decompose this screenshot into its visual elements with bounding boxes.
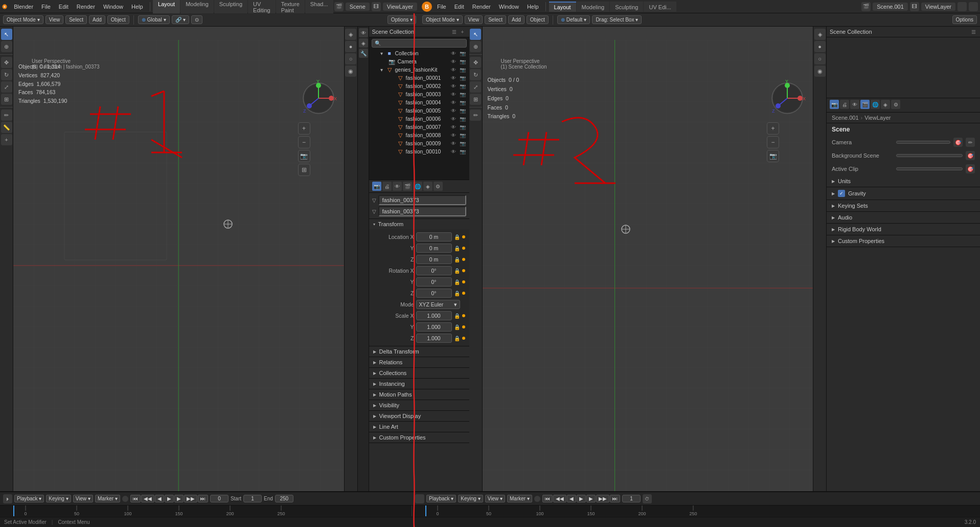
- rp-output-icon[interactable]: 🖨: [840, 100, 849, 109]
- scale-y-lock[interactable]: 🔒: [454, 324, 460, 330]
- collections-header[interactable]: ▶ Collections: [369, 368, 469, 378]
- viewlayer-selector-right[interactable]: ViewLayer: [921, 3, 955, 11]
- r-timeline-mode-btn[interactable]: [415, 494, 424, 503]
- object-name-input[interactable]: [378, 195, 466, 205]
- outliner-add-icon[interactable]: +: [459, 28, 466, 35]
- camera-target-icon[interactable]: 🎯: [953, 138, 963, 147]
- cam-icon-f3[interactable]: 📷: [459, 91, 466, 98]
- rp-view-icon[interactable]: 👁: [850, 100, 859, 109]
- rp-modifier-icon[interactable]: ⚙: [891, 100, 900, 109]
- eye-icon-collection[interactable]: 👁: [450, 50, 457, 57]
- location-x-keyframe[interactable]: [462, 235, 465, 238]
- gravity-header[interactable]: ▶ ✓ Gravity: [827, 187, 980, 200]
- zoom-out-btn[interactable]: −: [298, 136, 310, 148]
- eye-icon-camera[interactable]: 👁: [450, 58, 457, 65]
- left-ruler[interactable]: 0 50 100 150 200 250: [0, 506, 412, 516]
- outliner-item-genies[interactable]: ▾ ▽ genies_fashionKit 👁 📷: [369, 65, 469, 74]
- r-skip-start-btn[interactable]: ⏮: [542, 495, 553, 502]
- relations-header[interactable]: ▶ Relations: [369, 357, 469, 367]
- render-preview[interactable]: ◈: [345, 29, 356, 40]
- outliner-search[interactable]: [372, 39, 467, 48]
- cam-icon-genies[interactable]: 📷: [459, 66, 466, 73]
- menu-file[interactable]: Blender: [10, 3, 37, 11]
- location-z-value[interactable]: 0 m: [416, 255, 452, 264]
- drag-dropdown-right[interactable]: Drag: Select Box ▾: [592, 15, 642, 24]
- zoom-in-btn[interactable]: +: [298, 122, 310, 135]
- menu-file-right[interactable]: File: [434, 3, 450, 11]
- keying-menu[interactable]: Keying ▾: [46, 495, 71, 502]
- eye-icon-genies[interactable]: 👁: [450, 66, 457, 73]
- camera-edit-icon[interactable]: ✏: [966, 138, 975, 147]
- scale-x-value[interactable]: 1.000: [416, 311, 452, 320]
- outliner-item-f9[interactable]: ▽ fashion_00009 👁 📷: [369, 139, 469, 147]
- props-object-icon[interactable]: ◈: [423, 182, 432, 191]
- extra-btn-right2[interactable]: [969, 2, 978, 11]
- r-current-frame-input[interactable]: [622, 495, 641, 502]
- bg-scene-value[interactable]: [896, 154, 963, 157]
- rp-render-icon[interactable]: 📷: [830, 100, 839, 109]
- r-zoom-in-btn[interactable]: +: [767, 122, 779, 135]
- camera-btn[interactable]: 📷: [298, 150, 310, 162]
- select-menu-right[interactable]: Select: [485, 15, 506, 24]
- menu-render-item[interactable]: Render: [73, 3, 99, 11]
- grid-btn[interactable]: ⊞: [298, 164, 310, 176]
- r-render-view[interactable]: ◉: [814, 65, 826, 77]
- eye-icon-f7[interactable]: 👁: [450, 123, 457, 130]
- proportional-dropdown[interactable]: ⊙: [191, 15, 202, 24]
- marker-menu[interactable]: Marker ▾: [95, 495, 120, 502]
- skip-start-btn[interactable]: ⏮: [130, 495, 141, 502]
- location-y-value[interactable]: 0 m: [416, 244, 452, 253]
- gravity-checkbox[interactable]: ✓: [838, 190, 845, 197]
- rp-scene-icon[interactable]: 🎬: [860, 100, 870, 109]
- mode-dropdown-right[interactable]: Object Mode ▾: [422, 15, 463, 24]
- transform-tool[interactable]: ⊞: [1, 94, 12, 105]
- rigid-body-world-header[interactable]: ▶ Rigid Body World: [827, 224, 980, 235]
- solid-view[interactable]: ●: [345, 41, 356, 52]
- r-sync-icon[interactable]: ⏱: [643, 494, 652, 503]
- outliner-filter-icon[interactable]: ☰: [451, 28, 458, 35]
- play-btn[interactable]: ▶: [165, 495, 174, 502]
- cam-icon-camera[interactable]: 📷: [459, 58, 466, 65]
- end-frame-input[interactable]: [275, 495, 293, 502]
- active-clip-icon[interactable]: 🎯: [966, 164, 975, 173]
- tab-modeling[interactable]: Modeling: [180, 0, 214, 15]
- outliner-item-f5[interactable]: ▽ fashion_00005 👁 📷: [369, 106, 469, 115]
- tab-texture-paint[interactable]: Texture Paint: [276, 0, 305, 15]
- left-3d-area[interactable]: /* points rendered via CSS below */: [13, 40, 344, 491]
- props-world-icon[interactable]: 🌐: [413, 182, 422, 191]
- r-marker-menu[interactable]: Marker ▾: [507, 495, 532, 502]
- menu-edit-right[interactable]: Edit: [451, 3, 468, 11]
- viewport-gizmo[interactable]: X Y Z: [298, 78, 339, 119]
- tab-modeling-right[interactable]: Modeling: [577, 2, 610, 12]
- object-menu-right[interactable]: Object: [527, 15, 549, 24]
- mode-dropdown[interactable]: Object Mode ▾: [3, 15, 43, 24]
- add-tool[interactable]: +: [1, 134, 12, 145]
- render-view[interactable]: ◉: [345, 65, 356, 77]
- scale-tool-right[interactable]: ⤢: [470, 81, 481, 93]
- outliner-item-collection[interactable]: ▾ ■ Collection 👁 📷: [369, 49, 469, 57]
- props-scene-icon[interactable]: 🎬: [403, 182, 412, 191]
- rotate-tool[interactable]: ↻: [1, 69, 12, 80]
- cam-icon-f9[interactable]: 📷: [459, 140, 466, 147]
- r-material-view[interactable]: ○: [814, 53, 826, 64]
- scale-tool[interactable]: ⤢: [1, 81, 12, 93]
- prev-frame-btn[interactable]: ◀: [155, 495, 164, 502]
- right-viewport-gizmo[interactable]: X Y Z: [767, 78, 808, 119]
- eye-icon-f3[interactable]: 👁: [450, 91, 457, 98]
- tab-layout[interactable]: Layout: [153, 0, 180, 15]
- right-viewport[interactable]: ↖ ⊕ ✥ ↻ ⤢ ⊞ ✏: [469, 27, 827, 491]
- timeline-mode-btn[interactable]: ⏵: [3, 494, 12, 503]
- menu-help-item[interactable]: Help: [128, 3, 147, 11]
- material-view[interactable]: ○: [345, 53, 356, 64]
- annotate-tool-right[interactable]: ✏: [470, 109, 481, 121]
- options-btn[interactable]: Options ▾: [388, 15, 416, 24]
- outliner-item-f6[interactable]: ▽ fashion_00006 👁 📷: [369, 115, 469, 123]
- cam-icon-f5[interactable]: 📷: [459, 107, 466, 114]
- camera-field-value[interactable]: [896, 141, 950, 144]
- r-solid-view[interactable]: ●: [814, 41, 826, 52]
- props-view-icon[interactable]: 👁: [393, 182, 402, 191]
- r-skip-end-btn[interactable]: ⏭: [610, 495, 620, 502]
- r-camera-btn[interactable]: 📷: [767, 150, 779, 162]
- cam-icon-f4[interactable]: 📷: [459, 99, 466, 106]
- menu-window-right[interactable]: Window: [495, 3, 522, 11]
